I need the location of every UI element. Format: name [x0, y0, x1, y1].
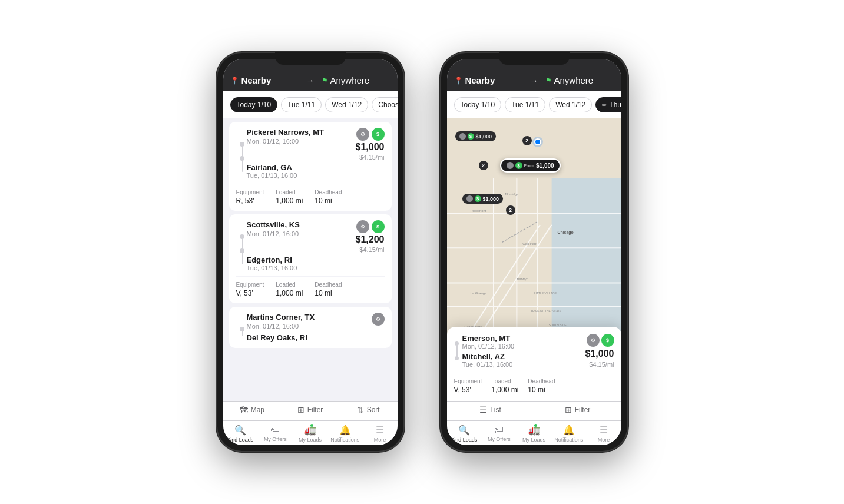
tab-my-loads[interactable]: 🚛 My Loads [293, 425, 327, 443]
pin1-price: $1,000 [476, 134, 492, 140]
load-1-rate: $4.15/mi [359, 154, 384, 161]
load-2-price-block: ⚙ $ $1,200 $4.15/mi [356, 220, 385, 253]
map-pin-selected[interactable]: $ From $1,000 [500, 158, 561, 173]
load-1-origin: Pickerel Narrows, MT [247, 128, 325, 137]
load-2-price: $1,200 [356, 234, 385, 245]
tab-find-loads-label: Find Loads [227, 437, 254, 443]
tab-choose[interactable]: Choose [372, 97, 397, 112]
phone2-anywhere-pill[interactable]: ⚑ Anywhere [545, 75, 614, 85]
tab-my-offers[interactable]: 🏷 My Offers [258, 425, 293, 443]
load-2-loaded: Loaded 1,000 mi [276, 281, 303, 297]
pencil-icon: ✏ [602, 102, 607, 108]
map-action[interactable]: 🗺 Map [223, 405, 282, 415]
pin-selected-from: From [524, 164, 535, 168]
tab-tue[interactable]: Tue 1/11 [281, 97, 322, 112]
cluster-badge-2-top[interactable]: 2 [522, 136, 532, 145]
phone2-tab-bar: 🔍 Find Loads 🏷 My Offers 🚛 My Loads 🔔 No… [447, 420, 621, 445]
map-load-card[interactable]: Emerson, MT Mon, 01/12, 16:00 Mitchell, … [447, 327, 621, 401]
map-card-loaded: Loaded 1,000 mi [491, 378, 518, 394]
phone2-tab-tue[interactable]: Tue 1/11 [505, 97, 545, 112]
phone1-screen: 📍 Nearby → ⚑ Anywhere Today 1/10 Tue 1/1… [223, 59, 398, 445]
phone2-tab-wed[interactable]: Wed 1/12 [549, 97, 592, 112]
phone2-tab-find-loads[interactable]: 🔍 Find Loads [447, 425, 482, 443]
pin3-price: $1,000 [483, 196, 499, 202]
phone2-screen: 📍 Nearby → ⚑ Anywhere Today 1/10 Tue 1/1… [447, 59, 621, 445]
load-card-2[interactable]: Scottsville, KS Mon, 01/12, 16:00 ⚙ $ $1… [229, 214, 392, 303]
phone2-tab-today[interactable]: Today 1/10 [454, 97, 502, 112]
phone2-tab-my-offers[interactable]: 🏷 My Offers [482, 425, 517, 443]
equipment-label: Equipment [236, 189, 264, 195]
tab-my-loads-label: My Loads [299, 437, 322, 443]
cluster-badge-2-mid[interactable]: 2 [479, 161, 488, 170]
user-location-dot [534, 138, 541, 145]
svg-text:Chicago: Chicago [557, 230, 573, 235]
phone2-location-pin-icon: 📍 [454, 77, 463, 85]
nearby-pill[interactable]: 📍 Nearby [230, 75, 299, 85]
tab-more[interactable]: ☰ More [362, 425, 397, 443]
phone2-tab-my-loads[interactable]: 🚛 My Loads [517, 425, 551, 443]
map-pin-1[interactable]: $ $1,000 [455, 131, 497, 141]
phone2-notifications-icon: 🔔 [563, 425, 575, 436]
phone1-load-list: Pickerel Narrows, MT Mon, 01/12, 16:00 ⚙… [223, 118, 398, 401]
more-icon: ☰ [376, 425, 384, 436]
load-card-1[interactable]: Pickerel Narrows, MT Mon, 01/12, 16:00 ⚙… [229, 122, 392, 211]
tab-today[interactable]: Today 1/10 [230, 97, 278, 112]
phone2-tab-more[interactable]: ☰ More [586, 425, 621, 443]
list-action-label: List [490, 406, 501, 414]
phones-container: 📍 Nearby → ⚑ Anywhere Today 1/10 Tue 1/1… [193, 28, 652, 476]
map-card-origin-date: Mon, 01/12, 16:00 [462, 343, 515, 350]
phone2-nearby-pill[interactable]: 📍 Nearby [454, 75, 523, 85]
phone1-date-tabs: Today 1/10 Tue 1/11 Wed 1/12 Choose [223, 91, 398, 118]
phone2-tab-more-label: More [598, 437, 610, 443]
phone2-tab-find-loads-label: Find Loads [451, 437, 478, 443]
load-2-dest: Edgerton, RI [247, 256, 385, 264]
load-1-deadhead-value: 10 mi [315, 197, 342, 205]
map-card-price: $1,000 [585, 349, 614, 359]
map-card-badges: ⚙ $ [587, 334, 614, 347]
phone1-bottom-action-bar: 🗺 Map ⊞ Filter ⇅ Sort [223, 401, 398, 420]
loaded-label: Loaded [276, 189, 303, 195]
map-pin-3[interactable]: $ $1,000 [462, 194, 504, 204]
load-1-equipment-value: R, 53' [236, 197, 264, 205]
filter-action[interactable]: ⊞ Filter [281, 405, 339, 415]
svg-text:Norridge: Norridge [505, 193, 518, 196]
svg-text:La Grange: La Grange [470, 291, 487, 295]
load-2-equipment-value: V, 53' [236, 289, 264, 297]
tab-notifications[interactable]: 🔔 Notifications [327, 425, 362, 443]
sort-action-icon: ⇅ [357, 405, 364, 415]
load-1-loaded: Loaded 1,000 mi [276, 189, 303, 205]
tab-find-loads[interactable]: 🔍 Find Loads [223, 425, 258, 443]
phone2-tab-notifications[interactable]: 🔔 Notifications [551, 425, 586, 443]
load-card-3[interactable]: Martins Corner, TX Mon, 01/12, 16:00 ⚙ D… [229, 307, 392, 348]
load-1-dest-date: Tue, 01/13, 16:00 [247, 172, 385, 179]
load-2-rate: $4.15/mi [359, 246, 384, 253]
phone2-filter-action[interactable]: ⊞ Filter [534, 405, 621, 415]
anywhere-pill[interactable]: ⚑ Anywhere [322, 75, 390, 85]
load-2-loaded-value: 1,000 mi [276, 289, 303, 297]
load-2-grey-badge: ⚙ [356, 220, 369, 233]
phone2-more-icon: ☰ [600, 425, 608, 436]
cluster-badge-2-bot[interactable]: 2 [506, 205, 515, 215]
map-card-dest: Mitchell, AZ Tue, 01/13, 16:00 [462, 352, 515, 368]
phone2-my-offers-icon: 🏷 [494, 425, 504, 435]
load-3-grey-badge: ⚙ [372, 313, 385, 326]
svg-text:Oak Park: Oak Park [522, 242, 537, 246]
sort-action[interactable]: ⇅ Sort [339, 405, 398, 415]
map-card-green-badge: $ [601, 334, 614, 347]
map-card-deadhead-value: 10 mi [528, 386, 555, 394]
load-card-1-header: Pickerel Narrows, MT Mon, 01/12, 16:00 ⚙… [236, 128, 385, 161]
load-3-origin: Martins Corner, TX [247, 313, 315, 321]
load-2-equipment: Equipment V, 53' [236, 281, 264, 297]
tab-my-offers-label: My Offers [264, 436, 287, 442]
sort-action-label: Sort [367, 406, 380, 414]
load-3-origin-date: Mon, 01/12, 16:00 [247, 323, 315, 330]
load-1-price: $1,000 [356, 142, 385, 152]
load-1-price-block: ⚙ $ $1,000 $4.15/mi [356, 128, 385, 161]
tab-wed[interactable]: Wed 1/12 [325, 97, 368, 112]
phone2-map[interactable]: Rosemont Norridge Oak Park Berwyn La Gra… [447, 118, 621, 401]
phone2-tab-thurs[interactable]: ✏ Thurs 1/13 [595, 97, 621, 112]
load-3-origin-block: Martins Corner, TX Mon, 01/12, 16:00 [236, 313, 315, 330]
load-1-grey-badge: ⚙ [356, 128, 369, 141]
list-action[interactable]: ☰ List [447, 405, 534, 415]
load-2-details: Equipment V, 53' Loaded 1,000 mi Deadhea… [236, 276, 385, 297]
